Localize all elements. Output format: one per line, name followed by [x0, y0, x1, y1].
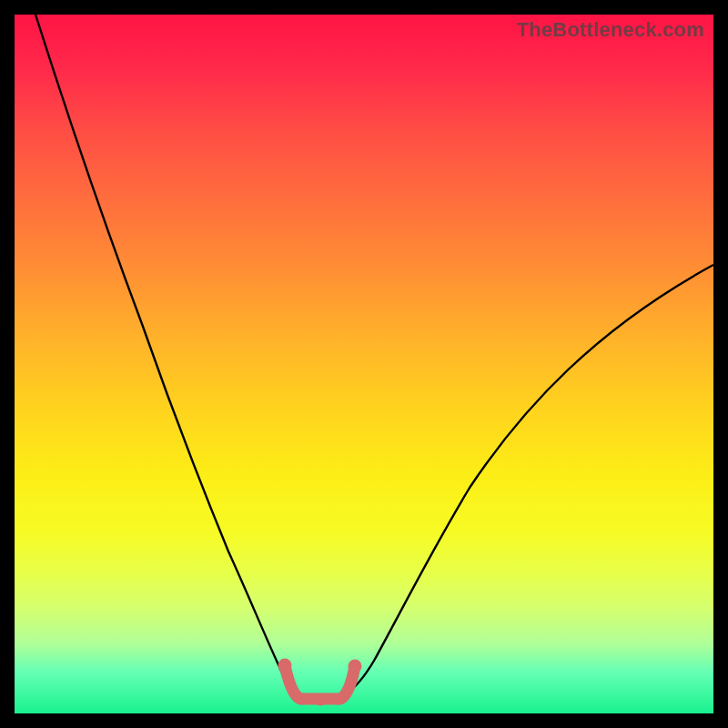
- curve-layer: [15, 15, 713, 713]
- bottleneck-curve-left-path: [35, 15, 297, 695]
- highlight-segment-path: [285, 665, 355, 699]
- bottleneck-curve-right-path: [344, 265, 713, 695]
- highlight-dot-mid1: [297, 693, 308, 705]
- gradient-plot-area: TheBottleneck.com: [15, 15, 713, 713]
- highlight-dot-left: [278, 659, 292, 672]
- chart-frame: TheBottleneck.com: [0, 0, 728, 728]
- highlight-dot-right: [349, 660, 362, 673]
- highlight-dot-mid2: [315, 694, 327, 706]
- highlight-dot-mid3: [333, 693, 345, 705]
